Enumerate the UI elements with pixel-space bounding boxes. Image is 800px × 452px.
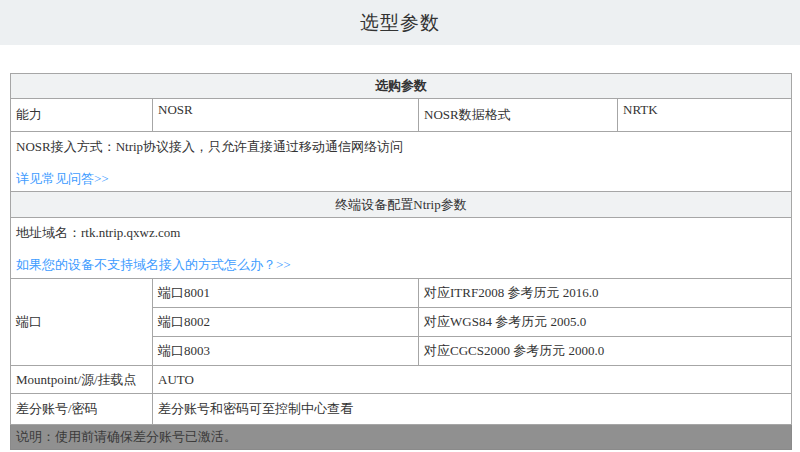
- domain-text: 地址域名：rtk.ntrip.qxwz.com: [16, 224, 786, 242]
- capability-row: 能力 NOSR NOSR数据格式 NRTK: [11, 99, 792, 132]
- section-header-purchase-params: 选购参数: [11, 74, 792, 99]
- port-8002-desc: 对应WGS84 参考历元 2005.0: [419, 308, 792, 337]
- domain-help-link[interactable]: 如果您的设备不支持域名接入的方式怎么办？>>: [16, 256, 291, 274]
- capability-nrtk: NRTK: [618, 99, 792, 132]
- mountpoint-row: Mountpoint/源/挂载点 AUTO: [11, 366, 792, 394]
- page-title: 选型参数: [360, 10, 440, 36]
- port-8002-label: 端口8002: [153, 308, 419, 337]
- port-8001-desc: 对应ITRF2008 参考历元 2016.0: [419, 279, 792, 308]
- note-row: 说明：使用前请确保差分账号已激活。: [11, 425, 792, 450]
- nosr-access-text: NOSR接入方式：Ntrip协议接入，只允许直接通过移动通信网络访问: [16, 138, 786, 156]
- note-text: 说明：使用前请确保差分账号已激活。: [11, 425, 792, 450]
- faq-link[interactable]: 详见常见问答>>: [16, 170, 109, 188]
- port-row-8001: 端口 端口8001 对应ITRF2008 参考历元 2016.0: [11, 279, 792, 308]
- nosr-access-cell: NOSR接入方式：Ntrip协议接入，只允许直接通过移动通信网络访问 详见常见问…: [11, 132, 792, 192]
- port-8003-desc: 对应CGCS2000 参考历元 2000.0: [419, 337, 792, 366]
- domain-row: 地址域名：rtk.ntrip.qxwz.com 如果您的设备不支持域名接入的方式…: [11, 218, 792, 279]
- port-group-label: 端口: [11, 279, 153, 366]
- section-header-ntrip-params: 终端设备配置Ntrip参数: [11, 192, 792, 218]
- selection-parameters-table: 选购参数 能力 NOSR NOSR数据格式 NRTK NOSR接入方式：Ntri…: [10, 73, 792, 450]
- capability-label: 能力: [11, 99, 153, 132]
- port-8001-label: 端口8001: [153, 279, 419, 308]
- mountpoint-value: AUTO: [153, 366, 792, 394]
- domain-cell: 地址域名：rtk.ntrip.qxwz.com 如果您的设备不支持域名接入的方式…: [11, 218, 792, 279]
- section-header-row-purchase: 选购参数: [11, 74, 792, 99]
- port-8003-label: 端口8003: [153, 337, 419, 366]
- page-header: 选型参数: [0, 0, 800, 45]
- capability-nosr-format: NOSR数据格式: [419, 99, 618, 132]
- mountpoint-label: Mountpoint/源/挂载点: [11, 366, 153, 394]
- section-header-row-ntrip: 终端设备配置Ntrip参数: [11, 192, 792, 218]
- capability-nosr: NOSR: [153, 99, 419, 132]
- account-value: 差分账号和密码可至控制中心查看: [153, 394, 792, 425]
- account-label: 差分账号/密码: [11, 394, 153, 425]
- account-row: 差分账号/密码 差分账号和密码可至控制中心查看: [11, 394, 792, 425]
- nosr-access-row: NOSR接入方式：Ntrip协议接入，只允许直接通过移动通信网络访问 详见常见问…: [11, 132, 792, 192]
